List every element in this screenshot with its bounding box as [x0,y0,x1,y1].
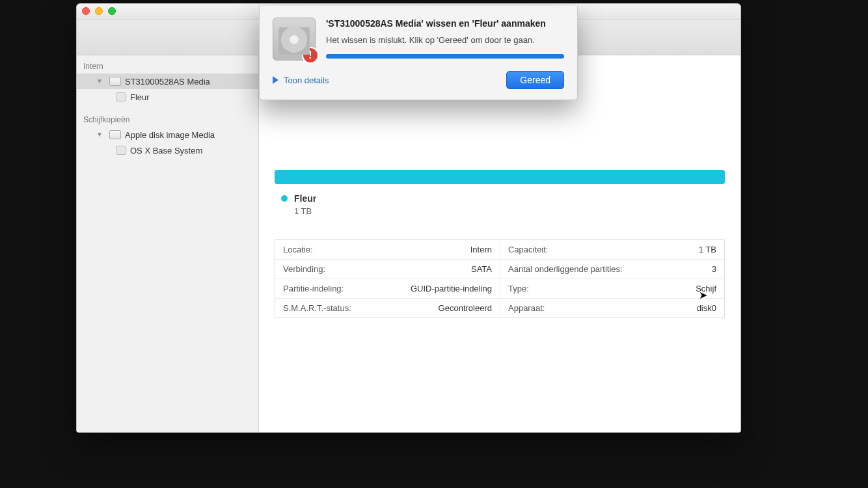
disk-utility-window: Schijfhulpprogramma ✚ Schijf-EHBO ◔ Part… [76,3,741,433]
partition-size: 1 TB [294,206,725,216]
sheet-title: 'ST31000528AS Media' wissen en 'Fleur' a… [326,18,564,30]
sidebar-item-label: Apple disk image Media [125,130,215,140]
done-button[interactable]: Gereed [506,71,564,89]
content: Fleur 1 TB Locatie:Intern Capaciteit:1 T… [259,55,740,432]
info-row: Capaciteit:1 TB [500,240,724,260]
progress-bar [326,54,564,59]
close-icon[interactable] [82,7,90,15]
sidebar-section-internal: Intern [77,59,258,74]
info-row: Partitie-indeling:GUID-partitie-indeling [275,279,500,299]
sidebar: Intern ▼ ST31000528AS Media Fleur Schijf… [77,55,259,432]
sheet-message: Het wissen is mislukt. Klik op 'Gereed' … [326,35,564,45]
sidebar-item-label: ST31000528AS Media [125,77,210,87]
sidebar-item-label: Fleur [130,92,150,102]
sidebar-item-volume[interactable]: OS X Base System [77,142,258,158]
show-details-button[interactable]: Toon details [273,75,329,85]
chevron-down-icon[interactable]: ▼ [96,131,103,138]
info-row: Aantal onderliggende partities:3 [500,260,724,279]
sidebar-item-label: OS X Base System [130,146,202,156]
chevron-down-icon[interactable]: ▼ [96,77,103,85]
info-row: Locatie:Intern [275,240,500,260]
volume-icon [116,146,126,155]
sidebar-item-disk-image[interactable]: ▼ Apple disk image Media [77,127,258,142]
body: Intern ▼ ST31000528AS Media Fleur Schijf… [77,55,740,432]
partition-legend: Fleur [281,193,725,204]
alert-icon: ! [302,47,319,64]
hard-disk-icon: ! [273,18,316,61]
minimize-icon[interactable] [95,7,103,15]
info-row: Verbinding:SATA [275,260,500,279]
legend-color-icon [281,195,288,202]
info-table: Locatie:Intern Capaciteit:1 TB Verbindin… [275,239,725,318]
partition-bar[interactable] [275,170,725,184]
sidebar-item-disk[interactable]: ▼ ST31000528AS Media [77,74,258,89]
window-controls [82,7,116,15]
partition-name: Fleur [294,193,316,204]
sidebar-item-volume[interactable]: Fleur [77,89,258,105]
info-row: Type:Schijf [500,279,724,299]
volume-icon [116,92,126,102]
maximize-icon[interactable] [108,7,116,15]
disk-image-icon [109,130,121,139]
sidebar-section-images: Schijfkopieën [77,113,258,127]
info-row: Apparaat:disk0 [500,299,724,318]
hard-disk-icon [109,77,121,86]
info-row: S.M.A.R.T.-status:Gecontroleerd [275,299,500,318]
erase-sheet: ! 'ST31000528AS Media' wissen en 'Fleur'… [259,6,578,100]
disclosure-triangle-icon [273,76,278,84]
